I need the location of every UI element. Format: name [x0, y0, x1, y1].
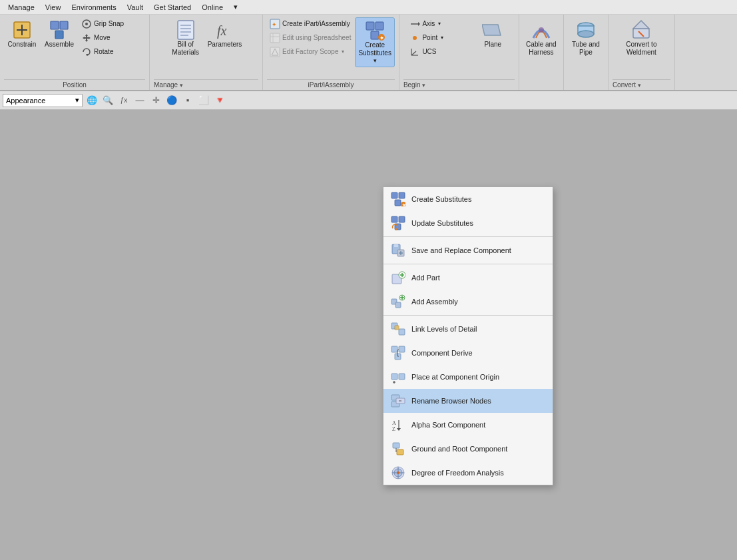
- rotate-button[interactable]: Rotate: [79, 45, 145, 59]
- ground-root-menu-icon: [390, 441, 406, 457]
- toolbar-icon-5[interactable]: ✛: [149, 94, 162, 107]
- svg-rect-51: [394, 244, 398, 247]
- constrain-button[interactable]: Constrain: [4, 17, 40, 51]
- appearance-dropdown[interactable]: Appearance ▾: [3, 94, 83, 107]
- update-substitutes-menu-icon: [390, 215, 406, 231]
- ribbon-group-ipart: ✦ Create iPart/iAssembly Edit using Spre…: [263, 15, 399, 90]
- dropdown-save-replace[interactable]: Save and Replace Component: [383, 238, 553, 262]
- plane-icon: [482, 19, 503, 41]
- svg-text:Z: Z: [392, 426, 395, 432]
- ribbon-group-manage: Bill of Materials fx Parameters Manage ▾: [150, 15, 263, 90]
- dropdown-ground-root[interactable]: Ground and Root Component: [383, 437, 553, 461]
- edit-spreadsheet-icon: [270, 33, 280, 43]
- rotate-icon: [81, 47, 92, 57]
- dropdown-link-levels[interactable]: Link Levels of Detail: [383, 317, 553, 341]
- toolbar-icon-7[interactable]: ▪: [181, 94, 194, 107]
- axis-button[interactable]: Axis ▾: [407, 17, 473, 31]
- svg-rect-60: [395, 302, 401, 308]
- svg-rect-86: [397, 449, 403, 455]
- ribbon-group-begin: Axis ▾ Point ▾ UCS: [399, 15, 519, 90]
- convert-group-label[interactable]: Convert ▾: [613, 79, 670, 89]
- manage-group-label[interactable]: Manage ▾: [154, 79, 258, 89]
- separator-3: [383, 315, 553, 316]
- ribbon-group-cable: Cable and Harness Cable: [519, 15, 564, 90]
- move-button[interactable]: Move: [79, 31, 145, 45]
- dropdown-alpha-sort[interactable]: AZ Alpha Sort Component: [383, 413, 553, 437]
- assemble-button[interactable]: Assemble: [41, 17, 77, 51]
- position-small-buttons: Grip Snap Move Rotate: [79, 17, 145, 59]
- toolbar-icon-8[interactable]: ⬜: [197, 94, 210, 107]
- save-replace-menu-icon: [390, 242, 406, 258]
- begin-buttons: Axis ▾ Point ▾ UCS: [407, 17, 511, 79]
- convert-weldment-button[interactable]: Convert to Weldment: [623, 17, 659, 59]
- svg-rect-41: [391, 192, 397, 198]
- dropdown-rename-nodes[interactable]: Rename Browser Nodes: [383, 389, 553, 413]
- dropdown-add-assembly-label: Add Assembly: [411, 298, 458, 306]
- ribbon-group-position: Constrain Assemble Grip Snap: [0, 15, 150, 90]
- appearance-dropdown-arrow: ▾: [75, 96, 79, 105]
- svg-rect-68: [399, 346, 405, 352]
- parameters-button[interactable]: fx Parameters: [205, 17, 245, 51]
- place-origin-menu-icon: [390, 369, 406, 385]
- component-derive-menu-icon: [390, 345, 406, 361]
- svg-text:A: A: [392, 420, 396, 426]
- dropdown-dof-analysis-label: Degree of Freedom Analysis: [411, 469, 504, 477]
- ucs-button[interactable]: UCS: [407, 45, 473, 59]
- ribbon: Constrain Assemble Grip Snap: [0, 15, 737, 91]
- toolbar-bar: Appearance ▾ 🌐 🔍 ƒx — ✛ 🔵 ▪ ⬜ 🔻: [0, 91, 737, 110]
- dropdown-component-derive-label: Component Derive: [411, 349, 473, 357]
- bill-of-materials-button[interactable]: Bill of Materials: [168, 17, 204, 59]
- svg-rect-85: [393, 443, 399, 448]
- menu-online[interactable]: Online: [196, 2, 228, 13]
- menu-manage[interactable]: Manage: [3, 2, 40, 13]
- svg-rect-43: [395, 200, 401, 206]
- tube-pipe-button[interactable]: Tube and Pipe: [568, 17, 604, 59]
- create-substitutes-icon: ✦: [364, 20, 385, 41]
- dropdown-component-derive[interactable]: Component Derive: [383, 341, 553, 365]
- svg-text:✦: ✦: [379, 35, 384, 41]
- cable-buttons: Cable and Harness: [523, 17, 559, 79]
- edit-spreadsheet-button[interactable]: Edit using Spreadsheet: [267, 31, 354, 45]
- create-subs-dropdown-arrow: ▾: [373, 57, 377, 65]
- dropdown-add-part[interactable]: Add Part: [383, 266, 553, 290]
- separator-1: [383, 236, 553, 237]
- cable-harness-button[interactable]: Cable and Harness: [523, 17, 559, 59]
- svg-rect-24: [371, 31, 379, 39]
- axis-icon: [409, 19, 420, 29]
- toolbar-icon-3[interactable]: ƒx: [117, 94, 130, 107]
- toolbar-icon-1[interactable]: 🌐: [85, 94, 99, 107]
- menu-get-started[interactable]: Get Started: [148, 2, 196, 13]
- dropdown-link-levels-label: Link Levels of Detail: [411, 325, 477, 333]
- rename-nodes-menu-icon: [390, 393, 406, 409]
- plane-button[interactable]: Plane: [475, 17, 511, 51]
- move-icon: [81, 33, 92, 43]
- grip-snap-button[interactable]: Grip Snap: [79, 17, 145, 31]
- dropdown-update-substitutes[interactable]: Update Substitutes: [383, 211, 553, 235]
- create-substitutes-button[interactable]: ✦ Create Substitutes ▾: [355, 17, 394, 67]
- menu-extra[interactable]: ▾: [228, 1, 243, 13]
- menu-vault[interactable]: Vault: [122, 2, 148, 13]
- toolbar-icon-6[interactable]: 🔵: [165, 94, 178, 107]
- svg-point-34: [539, 27, 544, 33]
- svg-line-32: [411, 51, 416, 55]
- menu-view[interactable]: View: [40, 2, 67, 13]
- point-button[interactable]: Point ▾: [407, 31, 473, 45]
- toolbar-icon-2[interactable]: 🔍: [101, 94, 115, 107]
- svg-point-37: [578, 31, 594, 37]
- svg-text:✦: ✦: [272, 21, 277, 28]
- create-ipart-button[interactable]: ✦ Create iPart/iAssembly: [267, 17, 354, 31]
- dropdown-save-replace-label: Save and Replace Component: [411, 246, 511, 254]
- ribbon-group-convert: Convert to Weldment Convert ▾: [609, 15, 675, 90]
- dropdown-dof-analysis[interactable]: Degree of Freedom Analysis: [383, 461, 553, 485]
- svg-point-29: [413, 36, 417, 40]
- menu-environments[interactable]: Environments: [66, 2, 121, 13]
- add-part-menu-icon: [390, 270, 406, 286]
- toolbar-icon-9[interactable]: 🔻: [213, 94, 226, 107]
- dropdown-place-origin[interactable]: Place at Component Origin: [383, 365, 553, 389]
- toolbar-icon-4[interactable]: —: [133, 94, 146, 107]
- begin-group-label[interactable]: Begin ▾: [403, 79, 515, 89]
- dropdown-add-assembly[interactable]: Add Assembly: [383, 290, 553, 314]
- edit-factory-scope-button[interactable]: Edit Factory Scope ▾: [267, 45, 354, 59]
- dropdown-alpha-sort-label: Alpha Sort Component: [411, 421, 485, 429]
- dropdown-create-substitutes[interactable]: ★ Create Substitutes: [383, 187, 553, 211]
